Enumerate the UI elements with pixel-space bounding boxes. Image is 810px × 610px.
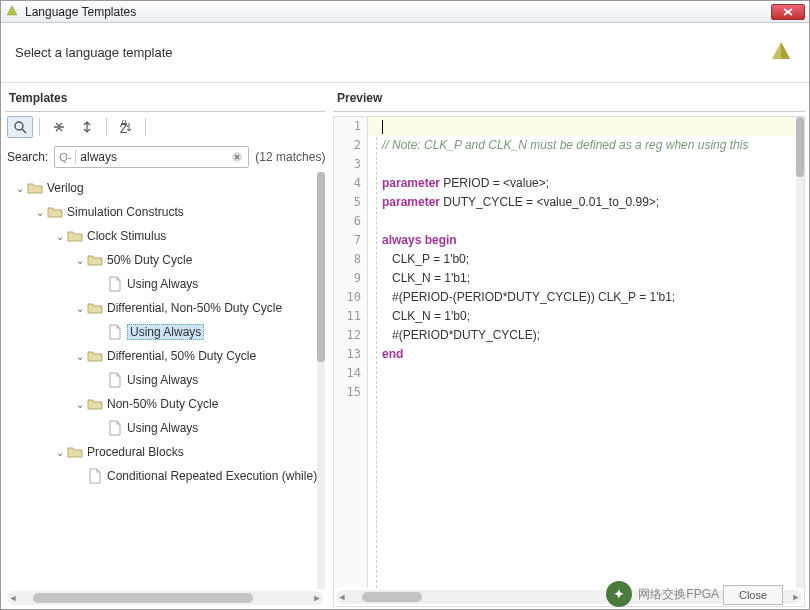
tree-folder[interactable]: ⌄Non-50% Duty Cycle (5, 392, 325, 416)
chevron-down-icon[interactable]: ⌄ (73, 255, 87, 266)
preview-title: Preview (333, 83, 805, 112)
tree-item-label: Simulation Constructs (67, 205, 184, 219)
file-icon (107, 372, 123, 388)
tree-item-label: Using Always (127, 421, 198, 435)
tree-file[interactable]: Using Always (5, 272, 325, 296)
tree-item-label: Non-50% Duty Cycle (107, 397, 218, 411)
code-token: CLK_N = 1'b1; (382, 271, 470, 285)
code-line[interactable] (368, 155, 794, 174)
code-token: // Note: CLK_P and CLK_N must be defined… (382, 138, 748, 152)
folder-icon (87, 348, 103, 364)
code-line[interactable]: // Note: CLK_P and CLK_N must be defined… (368, 136, 794, 155)
search-separator (75, 150, 76, 164)
search-input[interactable] (80, 150, 230, 164)
code-token: end (382, 347, 403, 361)
tree-file[interactable]: Using Always (5, 368, 325, 392)
line-number: 15 (334, 383, 367, 402)
templates-tree[interactable]: ⌄Verilog⌄Simulation Constructs⌄Clock Sti… (5, 172, 325, 589)
scroll-left-icon[interactable]: ◄ (7, 593, 19, 603)
code-line[interactable]: always begin (368, 231, 794, 250)
line-gutter: 123456789101112131415 (334, 117, 368, 588)
code-line[interactable]: #(PERIOD*DUTY_CYCLE); (368, 326, 794, 345)
tree-hscrollbar[interactable]: ◄ ► (7, 591, 323, 605)
search-row: Search: Q- (12 matches) (5, 142, 325, 172)
chevron-down-icon[interactable]: ⌄ (73, 303, 87, 314)
chevron-down-icon[interactable]: ⌄ (73, 399, 87, 410)
watermark-text: 网络交换FPGA (638, 586, 719, 603)
tree-folder[interactable]: ⌄Verilog (5, 176, 325, 200)
window-close-button[interactable] (771, 4, 805, 20)
chevron-down-icon[interactable]: ⌄ (53, 231, 67, 242)
code-line[interactable] (368, 212, 794, 231)
code-area[interactable]: // Note: CLK_P and CLK_N must be defined… (368, 117, 794, 588)
code-line[interactable] (368, 364, 794, 383)
scroll-left-icon[interactable]: ◄ (336, 592, 348, 602)
code-token: DUTY_CYCLE = <value_0.01_to_0.99>; (440, 195, 659, 209)
expand-all-button[interactable] (74, 116, 100, 138)
tree-item-label: Clock Stimulus (87, 229, 166, 243)
tree-file[interactable]: Using Always (5, 416, 325, 440)
tree-folder[interactable]: ⌄50% Duty Cycle (5, 248, 325, 272)
line-number: 1 (334, 117, 367, 136)
code-line[interactable] (368, 117, 794, 136)
tree-item-label: Differential, Non-50% Duty Cycle (107, 301, 282, 315)
search-prefix-icon: Q- (59, 151, 71, 163)
sort-button[interactable]: AZ (113, 116, 139, 138)
chevron-down-icon[interactable]: ⌄ (53, 447, 67, 458)
tree-item-label: Using Always (127, 324, 204, 340)
code-line[interactable] (368, 383, 794, 402)
code-token: #(PERIOD-(PERIOD*DUTY_CYCLE)) CLK_P = 1'… (382, 290, 675, 304)
tree-folder[interactable]: ⌄Procedural Blocks (5, 440, 325, 464)
line-number: 4 (334, 174, 367, 193)
toolbar-divider (106, 118, 107, 136)
window-title: Language Templates (25, 5, 771, 19)
search-box[interactable]: Q- (54, 146, 249, 168)
code-line[interactable]: end (368, 345, 794, 364)
chevron-down-icon[interactable]: ⌄ (33, 207, 47, 218)
code-token: #(PERIOD*DUTY_CYCLE); (382, 328, 540, 342)
folder-icon (67, 444, 83, 460)
watermark-icon: ✦ (606, 581, 632, 607)
code-line[interactable]: CLK_N = 1'b1; (368, 269, 794, 288)
close-button[interactable]: Close (723, 585, 783, 605)
code-line[interactable]: parameter PERIOD = <value>; (368, 174, 794, 193)
tree-file[interactable]: Conditional Repeated Execution (while) (5, 464, 325, 488)
code-token: CLK_P = 1'b0; (382, 252, 469, 266)
tree-item-label: Using Always (127, 277, 198, 291)
line-number: 12 (334, 326, 367, 345)
line-number: 8 (334, 250, 367, 269)
tree-folder[interactable]: ⌄Differential, 50% Duty Cycle (5, 344, 325, 368)
code-line[interactable]: parameter DUTY_CYCLE = <value_0.01_to_0.… (368, 193, 794, 212)
svg-text:Z: Z (120, 122, 127, 134)
code-vscrollbar[interactable] (796, 117, 804, 588)
tree-folder[interactable]: ⌄Clock Stimulus (5, 224, 325, 248)
file-icon (107, 420, 123, 436)
svg-point-0 (15, 122, 23, 130)
tree-folder[interactable]: ⌄Differential, Non-50% Duty Cycle (5, 296, 325, 320)
tree-folder[interactable]: ⌄Simulation Constructs (5, 200, 325, 224)
search-label: Search: (7, 150, 48, 164)
tree-item-label: 50% Duty Cycle (107, 253, 192, 267)
line-number: 3 (334, 155, 367, 174)
code-editor[interactable]: 123456789101112131415 // Note: CLK_P and… (333, 116, 805, 607)
file-icon (107, 324, 123, 340)
code-line[interactable]: CLK_N = 1'b0; (368, 307, 794, 326)
scroll-right-icon[interactable]: ► (790, 592, 802, 602)
file-icon (87, 468, 103, 484)
folder-icon (27, 180, 43, 196)
search-toggle-button[interactable] (7, 116, 33, 138)
tree-file[interactable]: Using Always (5, 320, 325, 344)
line-number: 10 (334, 288, 367, 307)
scroll-right-icon[interactable]: ► (311, 593, 323, 603)
code-line[interactable]: CLK_P = 1'b0; (368, 250, 794, 269)
tree-vscrollbar[interactable] (317, 172, 325, 589)
line-number: 13 (334, 345, 367, 364)
chevron-down-icon[interactable]: ⌄ (73, 351, 87, 362)
search-clear-icon[interactable] (230, 150, 244, 164)
tree-item-label: Verilog (47, 181, 84, 195)
line-number: 2 (334, 136, 367, 155)
code-line[interactable]: #(PERIOD-(PERIOD*DUTY_CYCLE)) CLK_P = 1'… (368, 288, 794, 307)
line-number: 9 (334, 269, 367, 288)
chevron-down-icon[interactable]: ⌄ (13, 183, 27, 194)
collapse-all-button[interactable] (46, 116, 72, 138)
